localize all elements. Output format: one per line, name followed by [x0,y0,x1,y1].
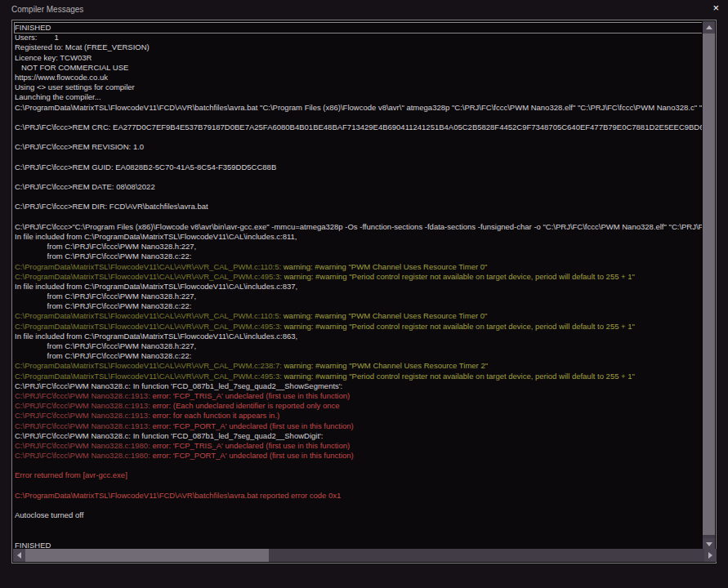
console-line: C:\PRJ\FC\fccc\PWM Nano328.c: In functio… [15,381,702,391]
console-line: C:\PRJ\FC\fccc\PWM Nano328.c:1913: error… [15,401,702,411]
horizontal-scrollbar-thumb[interactable] [25,549,269,562]
console-line [15,520,702,530]
console-line: Error returned from [avr-gcc.exe] [15,470,702,480]
console-line: C:\ProgramData\MatrixTSL\FlowcodeV11\CAL… [15,262,702,272]
console-line: Users: 1 [15,33,702,42]
scroll-up-button[interactable] [703,21,715,33]
console-line: from C:\PRJ\FC\fccc\PWM Nano328.c:22: [15,301,702,311]
vertical-scrollbar[interactable] [703,21,715,550]
console-line: from C:\PRJ\FC\fccc\PWM Nano328.c:22: [15,351,702,361]
console-line [15,461,702,470]
console-line: C:\PRJ\FC\fccc>REM CRC: EA277D0C7EF9B4E5… [15,122,702,132]
horizontal-scrollbar[interactable] [13,549,717,562]
console-line: In file included from C:\ProgramData\Mat… [15,282,702,292]
console-line: FINISHED [15,541,702,548]
console-line [15,152,702,162]
scroll-left-button[interactable] [13,549,25,562]
compiler-messages-dialog: Compiler Messages × FINISHEDUsers: 1Regi… [0,0,728,588]
console-line: Registered to: Mcat (FREE_VERSION) [15,42,702,52]
console-line: C:\ProgramData\MatrixTSL\FlowcodeV11\CAL… [15,372,702,381]
console-line: C:\PRJ\FC\fccc>REM DIR: FCD\AVR\batchfil… [15,202,702,212]
scroll-right-button[interactable] [704,549,717,562]
console-line: C:\PRJ\FC\fccc\PWM Nano328.c:1913: error… [15,421,702,431]
console-line: from C:\PRJ\FC\fccc\PWM Nano328.h:227, [15,292,702,301]
console-line [15,481,702,491]
console-line: from C:\PRJ\FC\fccc\PWM Nano328.h:227, [15,242,702,252]
console-line: Using <> user settings for compiler [15,82,702,92]
console-output[interactable]: FINISHEDUsers: 1Registered to: Mcat (FRE… [13,21,702,548]
console-line: Launching the compiler... [15,92,702,102]
console-line: from C:\PRJ\FC\fccc\PWM Nano328.c:22: [15,252,702,261]
console-line [15,113,702,122]
console-line: C:\PRJ\FC\fccc\PWM Nano328.c:1980: error… [15,441,702,451]
triangle-right-icon [708,552,712,559]
console-line: NOT FOR COMMERCIAL USE [15,63,702,73]
title-bar: Compiler Messages × [0,0,728,20]
triangle-down-icon [706,542,712,546]
close-icon[interactable]: × [712,2,719,13]
console-line [15,531,702,541]
console-line: C:\ProgramData\MatrixTSL\FlowcodeV11\FCD… [15,491,702,501]
console-line: FINISHED [15,23,702,33]
footer-bar: Close automatically Close Cancel [0,564,728,588]
console-line: C:\PRJ\FC\fccc\PWM Nano328.c:1913: error… [15,411,702,421]
console-line: C:\PRJ\FC\fccc\PWM Nano328.c: In functio… [15,431,702,441]
console-line [15,212,702,222]
console-line: Licence key: TCW03R [15,53,702,63]
console-line: C:\ProgramData\MatrixTSL\FlowcodeV11\FCD… [15,103,702,113]
dialog-title: Compiler Messages [11,5,83,14]
message-list-panel: FINISHEDUsers: 1Registered to: Mcat (FRE… [11,20,717,564]
console-line: C:\PRJ\FC\fccc>"C:\Program Files (x86)\F… [15,222,702,232]
console-line: Autoclose turned off [15,510,702,520]
console-line: In file included from C:\ProgramData\Mat… [15,232,702,242]
console-line: C:\PRJ\FC\fccc>REM GUID: EA0828B2-5C70-4… [15,163,702,172]
console-line [15,501,702,510]
console-line: C:\PRJ\FC\fccc\PWM Nano328.c:1980: error… [15,451,702,461]
console-line: In file included from C:\ProgramData\Mat… [15,332,702,341]
triangle-up-icon [706,25,712,29]
console-line: https://www.flowcode.co.uk [15,73,702,82]
console-line: C:\ProgramData\MatrixTSL\FlowcodeV11\CAL… [15,361,702,371]
console-line: C:\PRJ\FC\fccc>REM DATE: 08\08\2022 [15,182,702,192]
console-line: from C:\PRJ\FC\fccc\PWM Nano328.h:227, [15,341,702,351]
vertical-scrollbar-thumb[interactable] [703,33,715,535]
console-line: C:\PRJ\FC\fccc>REM REVISION: 1.0 [15,142,702,152]
console-line: C:\ProgramData\MatrixTSL\FlowcodeV11\CAL… [15,272,702,282]
console-line: C:\PRJ\FC\fccc\PWM Nano328.c:1913: error… [15,391,702,401]
console-line: C:\ProgramData\MatrixTSL\FlowcodeV11\CAL… [15,322,702,332]
console-line: C:\ProgramData\MatrixTSL\FlowcodeV11\CAL… [15,311,702,321]
console-line [15,192,702,202]
console-line [15,172,702,182]
triangle-left-icon [17,552,21,559]
console-line [15,132,702,142]
